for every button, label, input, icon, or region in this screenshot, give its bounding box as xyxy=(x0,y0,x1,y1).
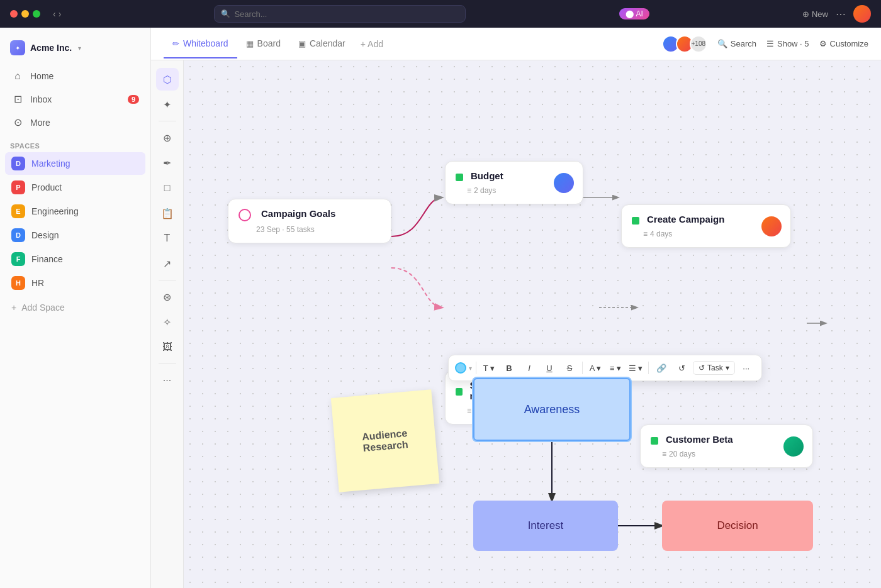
task-button[interactable]: ↺ Task ▾ xyxy=(693,361,735,375)
sidebar-item-home[interactable]: ⌂ Home xyxy=(5,65,145,87)
node-budget[interactable]: Budget ≡ 2 days xyxy=(445,161,583,204)
awareness-box[interactable]: Awareness xyxy=(473,378,631,441)
avatar-stack: +108 xyxy=(666,35,707,53)
globe-tool[interactable]: ⊕ xyxy=(156,126,179,149)
text-tool[interactable]: T xyxy=(156,227,179,250)
more-tools[interactable]: ··· xyxy=(156,369,179,392)
refresh-button[interactable]: ↺ xyxy=(673,359,690,377)
maximize-button[interactable] xyxy=(33,10,40,18)
space-label-marketing: Marketing xyxy=(31,158,70,169)
green-dot-create xyxy=(632,217,639,225)
spaces-section-title: Spaces xyxy=(0,135,150,152)
shape-tool[interactable]: □ xyxy=(156,177,179,199)
ai-badge[interactable]: ⬤ AI xyxy=(619,8,649,19)
close-button[interactable] xyxy=(10,10,18,18)
tab-navigation: ✏ Whiteboard ▦ Board ▣ Calendar + Add xyxy=(164,30,390,58)
grid-icon[interactable]: ⋯ xyxy=(836,8,846,20)
acme-logo: ✦ xyxy=(10,40,25,55)
user-avatar[interactable] xyxy=(853,5,871,23)
add-tab-button[interactable]: + Add xyxy=(354,30,390,58)
top-search-bar[interactable]: 🔍 xyxy=(214,5,466,23)
avatar-create xyxy=(761,216,782,236)
select-tool[interactable]: ⬡ xyxy=(156,68,179,91)
lines-icon-create: ≡ xyxy=(643,230,648,238)
magic-tool[interactable]: ✧ xyxy=(156,311,179,333)
sticky-tool[interactable]: 📋 xyxy=(156,202,179,225)
space-item-hr[interactable]: H HR xyxy=(5,272,145,294)
sidebar-item-more[interactable]: ⊙ More xyxy=(5,111,145,133)
header-right: +108 🔍 Search ☰ Show · 5 ⚙ Customize xyxy=(666,35,868,53)
list-button[interactable]: ☰ ▾ xyxy=(627,359,644,377)
space-item-product[interactable]: P Product xyxy=(5,176,145,199)
customize-button[interactable]: ⚙ Customize xyxy=(819,39,868,48)
italic-button[interactable]: I xyxy=(520,359,538,377)
tab-calendar[interactable]: ▣ Calendar xyxy=(289,30,354,58)
brand-header[interactable]: ✦ Acme Inc. ▾ xyxy=(0,35,150,60)
network-tool[interactable]: ⊛ xyxy=(156,286,179,308)
sticky-note-audience[interactable]: Audience Research xyxy=(331,389,439,492)
minimize-button[interactable] xyxy=(21,10,29,18)
space-dot-product: P xyxy=(11,180,25,194)
nav-label-inbox: Inbox xyxy=(30,94,52,104)
node-customer-beta[interactable]: Customer Beta ≡ 20 days xyxy=(640,424,813,468)
tool-divider-1 xyxy=(159,121,176,121)
task-chevron-icon: ▾ xyxy=(726,363,729,372)
underline-button[interactable]: U xyxy=(541,359,558,377)
inbox-icon: ⊡ xyxy=(11,93,24,105)
canvas[interactable]: Campaign Goals 23 Sep · 55 tasks Budget xyxy=(184,60,881,588)
space-item-engineering[interactable]: E Engineering xyxy=(5,200,145,223)
campaign-goals-title: Campaign Goals xyxy=(261,208,335,219)
plus-icon: ⊕ xyxy=(802,9,809,19)
sidebar: ✦ Acme Inc. ▾ ⌂ Home ⊡ Inbox 9 ⊙ More xyxy=(0,28,151,588)
customer-beta-title: Customer Beta xyxy=(666,434,733,445)
green-dot-budget xyxy=(456,174,463,181)
color-picker[interactable] xyxy=(455,362,466,374)
avatar-budget xyxy=(554,173,574,193)
main-layout: ✦ Acme Inc. ▾ ⌂ Home ⊡ Inbox 9 ⊙ More xyxy=(0,28,881,588)
node-campaign-goals[interactable]: Campaign Goals 23 Sep · 55 tasks xyxy=(228,199,391,243)
image-tool[interactable]: 🖼 xyxy=(156,336,179,358)
back-arrow[interactable]: ‹ xyxy=(53,9,56,19)
space-item-design[interactable]: D Design xyxy=(5,224,145,247)
forward-arrow[interactable]: › xyxy=(59,9,62,19)
space-item-marketing[interactable]: D Marketing xyxy=(5,152,145,175)
circle-indicator xyxy=(238,209,251,221)
show-icon: ☰ xyxy=(766,39,774,48)
logo-icon: ✦ xyxy=(15,45,20,52)
strikethrough-button[interactable]: S xyxy=(561,359,578,377)
space-item-finance[interactable]: F Finance xyxy=(5,248,145,270)
space-dot-hr: H xyxy=(11,276,25,290)
align-button[interactable]: ≡ ▾ xyxy=(607,359,624,377)
interest-box[interactable]: Interest xyxy=(473,501,618,551)
font-size-button[interactable]: A ▾ xyxy=(586,359,604,377)
connector-tool[interactable]: ↗ xyxy=(156,252,179,275)
lines-icon-customer: ≡ xyxy=(662,450,666,458)
toolbar-divider-3 xyxy=(648,362,649,374)
show-button[interactable]: ☰ Show · 5 xyxy=(766,39,809,48)
more-options-button[interactable]: ··· xyxy=(738,359,755,377)
node-create-campaign[interactable]: Create Campaign ≡ 4 days xyxy=(621,204,791,248)
toolbar-divider-1 xyxy=(476,362,476,374)
task-icon: ↺ xyxy=(699,363,705,372)
chevron-down-icon: ▾ xyxy=(78,45,81,52)
bold-button[interactable]: B xyxy=(500,359,518,377)
new-button[interactable]: ⊕ New xyxy=(802,9,828,19)
search-input[interactable] xyxy=(234,9,459,19)
text-style-button[interactable]: T ▾ xyxy=(480,359,498,377)
tab-whiteboard[interactable]: ✏ Whiteboard xyxy=(164,30,237,58)
add-space-button[interactable]: + Add Space xyxy=(0,298,150,317)
decision-box[interactable]: Decision xyxy=(662,501,813,551)
nav-label-home: Home xyxy=(30,71,53,81)
nav-arrows: ‹ › xyxy=(53,9,61,19)
tab-board[interactable]: ▦ Board xyxy=(237,30,289,58)
plus-icon: + xyxy=(11,302,16,313)
search-icon: 🔍 xyxy=(717,39,727,48)
color-dropdown-icon[interactable]: ▾ xyxy=(469,365,472,372)
tab-whiteboard-label: Whiteboard xyxy=(183,38,228,48)
link-button[interactable]: 🔗 xyxy=(653,359,670,377)
sidebar-item-inbox[interactable]: ⊡ Inbox 9 xyxy=(5,88,145,110)
search-button[interactable]: 🔍 Search xyxy=(717,39,756,48)
pen-tool[interactable]: ✒ xyxy=(156,152,179,174)
avatar-count: +108 xyxy=(690,35,707,53)
ai-tool[interactable]: ✦ xyxy=(156,93,179,116)
